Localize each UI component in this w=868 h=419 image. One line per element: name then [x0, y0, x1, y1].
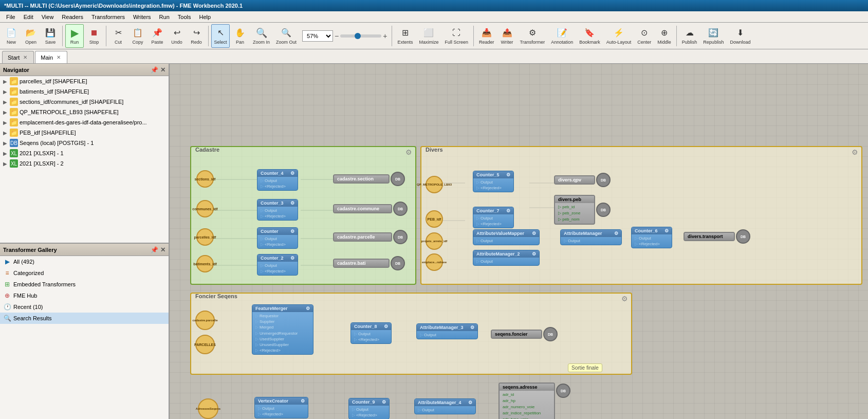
transformer-vertex-creator[interactable]: VertexCreator ⚙ ▷ Output ▷ <Rejected>: [254, 397, 308, 418]
menu-view[interactable]: View: [38, 13, 58, 21]
redo-button[interactable]: ↪ Redo: [187, 24, 206, 48]
reader-emplace-ralisee[interactable]: emplace...ralisee: [426, 253, 443, 271]
transformer-counter5[interactable]: Counter_5 ⚙ ▷ Output ▷ <Rejected>: [473, 171, 514, 192]
writer-seqens-adresse[interactable]: seqens.adresse adr_id adr_hp adr_numero_…: [498, 382, 570, 419]
zoom-out-button[interactable]: 🔍 Zoom Out: [273, 24, 299, 48]
save-button[interactable]: 💾 Save: [41, 24, 60, 48]
zoom-minus[interactable]: −: [335, 32, 339, 40]
run-button[interactable]: ▶ Run: [65, 24, 84, 48]
fullscreen-button[interactable]: ⛶ Full Screen: [442, 24, 471, 48]
open-button[interactable]: 📂 Open: [22, 24, 40, 48]
reader-button[interactable]: 📥 Reader: [476, 24, 497, 48]
maximize-button[interactable]: ⬜ Maximize: [416, 24, 441, 48]
writer-cadastre-parcelle[interactable]: cadastre.parcelle DB: [333, 230, 408, 244]
writer-cadastre-bati[interactable]: cadastre.bati DB: [333, 256, 405, 270]
transformer-counter2[interactable]: Counter_2 ⚙ ▷ Output ▷ <Rejected>: [257, 254, 298, 276]
copy-button[interactable]: 📋 Copy: [128, 24, 147, 48]
transformer-attr-val-mapper[interactable]: AttributeValueMapper ⚙ ▷ Output: [473, 229, 540, 245]
download-button[interactable]: ⬇ Download: [727, 24, 753, 48]
transformer-counter7[interactable]: Counter_7 ⚙ ▷ Output ▷ <Rejected>: [473, 207, 514, 228]
writer-divers-peb[interactable]: divers.peb ▷ peb_id ▷ peb_zone ▷ peb_nom…: [554, 195, 611, 225]
reader-sections-idf[interactable]: sections_idf: [196, 170, 214, 188]
extents-button[interactable]: ⊞ Extents: [395, 24, 415, 48]
navigator-pin-icon[interactable]: 📌: [151, 66, 158, 74]
menu-help[interactable]: Help: [195, 13, 215, 21]
writer-divers-transport[interactable]: divers.transport DB: [684, 229, 750, 244]
transformer-counter3[interactable]: Counter_3 ⚙ ▷ Output ▷ <Rejected>: [257, 199, 298, 221]
cut-button[interactable]: ✂ Cut: [109, 24, 127, 48]
gallery-search-results[interactable]: 🔍 Search Results: [0, 313, 169, 324]
nav-item-seqens[interactable]: ▶ DB Seqens (local) [POSTGIS] - 1: [0, 138, 169, 148]
nav-item-sections[interactable]: ▶ 📁 sections_idf/communes_idf [SHAPEFILE…: [0, 97, 169, 107]
nav-item-2021-2[interactable]: ▶ XL 2021 [XLSXR] - 2: [0, 158, 169, 169]
nav-item-2021-1[interactable]: ▶ XL 2021 [XLSXR] - 1: [0, 148, 169, 158]
transformer-attr-mgr4[interactable]: AttributeManager_4 ⚙ ▷ Output: [414, 398, 476, 414]
tab-main-close[interactable]: ✕: [56, 54, 62, 61]
nav-item-qp[interactable]: ▶ 📁 QP_METROPOLE_LB93 [SHAPEFILE]: [0, 107, 169, 117]
publish-button[interactable]: ☁ Publish: [679, 24, 700, 48]
gallery-embedded[interactable]: ⊞ Embedded Transformers: [0, 279, 169, 290]
navigator-close-icon[interactable]: ✕: [160, 66, 165, 74]
reader-qp-metro[interactable]: QP_METROPOLE_LB93: [426, 176, 443, 193]
tab-start-close[interactable]: ✕: [22, 54, 28, 61]
menu-tools[interactable]: Tools: [174, 13, 195, 21]
gallery-close-icon[interactable]: ✕: [160, 246, 165, 253]
menu-edit[interactable]: Edit: [20, 13, 38, 21]
transformer-counter8[interactable]: Counter_8 ⚙ ▷ Output ▷ <Rejected>: [350, 322, 392, 344]
transformer-counter9[interactable]: Counter_9 ⚙ ▷ Output ▷ <Rejected>: [348, 398, 390, 419]
menu-transformers[interactable]: Transformers: [87, 13, 129, 21]
transformer-counter6[interactable]: Counter_6 ⚙ ▷ Output ▷ <Rejected>: [631, 227, 672, 248]
reader-communes-idf[interactable]: communes_idf: [196, 200, 214, 217]
gallery-all[interactable]: ▶ All (492): [0, 256, 169, 267]
nav-item-peb[interactable]: ▶ 📁 PEB_idf [SHAPEFILE]: [0, 127, 169, 138]
nav-item-batiments[interactable]: ▶ 📁 batiments_idf [SHAPEFILE]: [0, 86, 169, 97]
center-button[interactable]: ⊙ Center: [635, 24, 654, 48]
transformer-counter[interactable]: Counter ⚙ ▷ Output ▷ <Rejected>: [257, 227, 298, 249]
writer-cadastre-section[interactable]: cadastre.section DB: [333, 172, 405, 186]
new-button[interactable]: 📄 New: [2, 24, 21, 48]
paste-button[interactable]: 📌 Paste: [148, 24, 167, 48]
transformer-attr-mgr-2[interactable]: AttributeManager_2 ⚙ ▷ Output: [473, 250, 540, 266]
bookmark-button[interactable]: 🔖 Bookmark: [577, 24, 603, 48]
tab-main[interactable]: Main ✕: [35, 51, 67, 63]
writer-divers-qpv[interactable]: divers.qpv DB: [554, 173, 611, 187]
cadastre-settings-icon[interactable]: ⚙: [405, 148, 412, 156]
auto-layout-button[interactable]: ⚡ Auto-Layout: [604, 24, 634, 48]
transformer-attr-mgr3[interactable]: AttributeManager_3 ⚙ ▷ Output: [416, 323, 478, 339]
reader-adresses-seqens[interactable]: AdressesSeqens: [198, 398, 218, 419]
zoom-in-button[interactable]: 🔍 Zoom In: [250, 24, 272, 48]
canvas[interactable]: Cadastre ⚙ sections_idf communes_idf par…: [170, 64, 868, 419]
stop-button[interactable]: ⏹ Stop: [85, 24, 103, 48]
reader-parcelles[interactable]: PARCELLES: [195, 335, 215, 354]
gallery-recent[interactable]: 🕐 Recent (10): [0, 301, 169, 313]
nav-item-emplacement[interactable]: ▶ 📁 emplacement-des-gares-idf-data-gener…: [0, 117, 169, 127]
gallery-pin-icon[interactable]: 📌: [151, 246, 158, 253]
menu-file[interactable]: File: [2, 13, 20, 21]
zoom-plus[interactable]: +: [383, 32, 387, 40]
zoom-select[interactable]: 57% 100% 150%: [302, 30, 333, 42]
writer-cadastre-commune[interactable]: cadastre.commune DB: [333, 202, 408, 216]
gallery-hub[interactable]: ⊕ FME Hub: [0, 290, 169, 301]
transformer-button[interactable]: ⚙ Transformer: [518, 24, 548, 48]
undo-button[interactable]: ↩ Undo: [168, 24, 186, 48]
reader-peb-idf[interactable]: PEB_idf: [426, 210, 443, 228]
foncier-settings-icon[interactable]: ⚙: [621, 295, 628, 303]
middle-button[interactable]: ⊕ Middle: [655, 24, 674, 48]
menu-writers[interactable]: Writers: [129, 13, 155, 21]
pan-button[interactable]: ✋ Pan: [231, 24, 249, 48]
reader-projets-arrets[interactable]: projets_arrets_idf: [426, 232, 443, 250]
transformer-feature-merger[interactable]: FeatureMerger ⚙ ▷ Requestor ▷ Supplier ▷…: [252, 304, 313, 355]
reader-parcelles-idf[interactable]: parcelles_idf: [196, 228, 214, 246]
writer-seqens-foncier[interactable]: seqens.foncier DB: [491, 327, 558, 341]
tab-start[interactable]: Start ✕: [2, 51, 34, 63]
writer-button[interactable]: 📤 Writer: [498, 24, 516, 48]
republish-button[interactable]: 🔄 Republish: [700, 24, 726, 48]
reader-batiments-idf[interactable]: batiments_idf: [196, 255, 214, 272]
select-button[interactable]: ↖ Select: [211, 24, 230, 48]
divers-settings-icon[interactable]: ⚙: [852, 148, 858, 156]
canvas-area[interactable]: Cadastre ⚙ sections_idf communes_idf par…: [170, 64, 868, 419]
reader-cadastre-parcelle-f[interactable]: cadastre.parcelle: [195, 311, 215, 330]
transformer-attr-mgr[interactable]: AttributeManager ⚙ ▷ Output: [560, 229, 622, 245]
menu-run[interactable]: Run: [155, 13, 174, 21]
gallery-categorized[interactable]: ≡ Categorized: [0, 267, 169, 279]
